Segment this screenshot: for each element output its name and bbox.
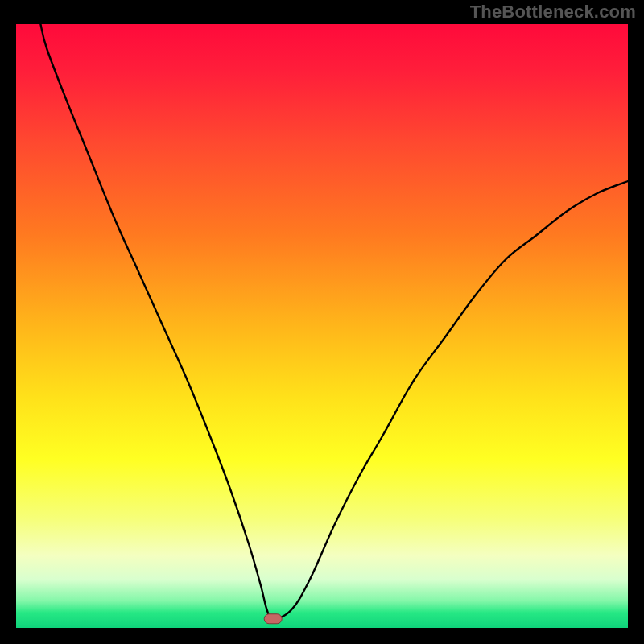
chart-svg <box>16 24 628 628</box>
watermark-text: TheBottleneck.com <box>470 2 636 23</box>
minimum-marker <box>264 614 282 624</box>
plot-area <box>16 24 628 628</box>
gradient-background <box>16 24 628 628</box>
chart-frame: TheBottleneck.com <box>0 0 644 644</box>
